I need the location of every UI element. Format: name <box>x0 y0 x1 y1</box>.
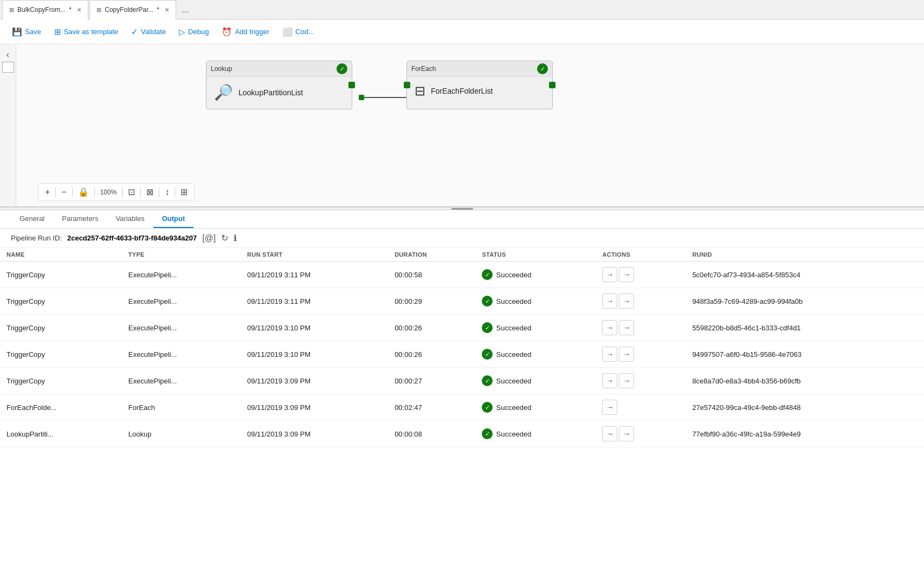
save-button[interactable]: 💾 Save <box>7 25 47 39</box>
tab-label-bulkcopy: BulkCopyFrom... <box>17 6 66 14</box>
tab-label-copyfolder: CopyFolderPar... <box>105 6 153 14</box>
action-icon[interactable]: → <box>602 400 617 415</box>
status-success-icon: ✓ <box>482 375 493 386</box>
col-status: STATUS <box>475 248 596 262</box>
tab-bulkcopy[interactable]: ⊞ BulkCopyFrom... * × <box>2 0 88 19</box>
cell-status: ✓ Succeeded <box>475 288 596 315</box>
divider3 <box>94 187 95 197</box>
canvas-toolbar: + − 🔒 100% ⊡ ⊠ ↕ ⊞ <box>38 183 195 201</box>
cell-run-start: 09/11/2019 3:09 PM <box>241 368 388 394</box>
lock-button[interactable]: 🔒 <box>76 186 91 198</box>
tab-icon-bulkcopy: ⊞ <box>9 6 14 14</box>
foreach-node-label: ForEachFolderList <box>431 87 493 95</box>
zoom-out-button[interactable]: − <box>59 186 68 198</box>
cell-name: TriggerCopy <box>0 368 122 394</box>
cell-actions[interactable]: →→ <box>596 368 686 394</box>
tab-parameters[interactable]: Parameters <box>53 210 107 228</box>
tab-more[interactable]: ... <box>177 5 193 15</box>
tab-close-copyfolder[interactable]: × <box>165 6 169 14</box>
divider1 <box>55 187 56 197</box>
status-text: Succeeded <box>496 271 531 279</box>
zoom-in-button[interactable]: + <box>43 186 52 198</box>
cell-type: ExecutePipeli... <box>122 262 241 288</box>
toggle-arrow-icon[interactable]: ‹ <box>7 50 9 60</box>
cell-duration: 00:00:26 <box>388 315 475 341</box>
status-text: Succeeded <box>496 297 531 305</box>
table-row: TriggerCopy ExecutePipeli... 09/11/2019 … <box>0 288 924 315</box>
connector-line <box>364 97 408 98</box>
action-icon[interactable]: → <box>619 294 634 309</box>
auto-layout-button[interactable]: ↕ <box>163 186 171 198</box>
validate-button[interactable]: ✓ Validate <box>126 25 171 39</box>
debug-button[interactable]: ▷ Debug <box>173 25 214 39</box>
status-text: Succeeded <box>496 430 531 438</box>
action-icon[interactable]: → <box>619 320 634 335</box>
action-icon[interactable]: → <box>619 347 634 362</box>
cell-run-start: 09/11/2019 3:10 PM <box>241 315 388 341</box>
cell-duration: 00:00:26 <box>388 341 475 368</box>
cell-run-start: 09/11/2019 3:09 PM <box>241 394 388 421</box>
action-icon[interactable]: → <box>619 373 634 388</box>
tab-icon-copyfolder: ⊞ <box>96 6 101 14</box>
debug-icon: ▷ <box>179 27 185 37</box>
minimap-button[interactable]: ⊞ <box>178 186 190 198</box>
code-icon: ⬜ <box>282 27 293 37</box>
tab-copyfolder[interactable]: ⊞ CopyFolderPar... * × <box>89 0 176 19</box>
action-icon[interactable]: → <box>602 373 617 388</box>
lookup-node-header: Lookup ✓ <box>206 61 352 77</box>
action-icon[interactable]: → <box>602 426 617 441</box>
cell-actions[interactable]: →→ <box>596 315 686 341</box>
divider6 <box>159 187 159 197</box>
foreach-node-title: ForEach <box>411 65 436 73</box>
tab-output[interactable]: Output <box>153 210 194 228</box>
action-icon[interactable]: → <box>602 267 617 282</box>
col-run-start: RUN START <box>241 248 388 262</box>
col-runid: RUNID <box>686 248 924 262</box>
zoom-level-button[interactable]: 100% <box>98 187 119 197</box>
status-text: Succeeded <box>496 350 531 359</box>
tab-general[interactable]: General <box>11 210 53 228</box>
select-button[interactable]: ⊠ <box>144 186 156 198</box>
table-container: NAME TYPE RUN START DURATION STATUS ACTI… <box>0 248 924 447</box>
cell-name: TriggerCopy <box>0 288 122 315</box>
copy-run-id-icon[interactable]: [@] <box>202 233 216 243</box>
cell-runid: 94997507-a6f0-4b15-9586-4e7063 <box>686 341 924 368</box>
action-icon[interactable]: → <box>619 426 634 441</box>
info-icon[interactable]: ℹ <box>234 233 237 243</box>
tab-variables[interactable]: Variables <box>107 210 153 228</box>
code-button[interactable]: ⬜ Cod... <box>277 25 320 39</box>
tab-modified-bulkcopy: * <box>69 6 72 14</box>
action-icon[interactable]: → <box>619 267 634 282</box>
fit-button[interactable]: ⊡ <box>126 186 137 198</box>
refresh-icon[interactable]: ↻ <box>221 233 228 243</box>
foreach-node[interactable]: ForEach ✓ ⊟ ForEachFolderList <box>406 61 553 109</box>
add-trigger-button[interactable]: ⏰ Add trigger <box>216 25 275 39</box>
lookup-node[interactable]: Lookup ✓ 🔎 LookupPartitionList <box>206 61 352 109</box>
cell-actions[interactable]: →→ <box>596 288 686 315</box>
table-row: TriggerCopy ExecutePipeli... 09/11/2019 … <box>0 315 924 341</box>
cell-duration: 00:00:29 <box>388 288 475 315</box>
cell-type: ExecutePipeli... <box>122 341 241 368</box>
cell-name: LookupPartiti... <box>0 421 122 447</box>
cell-status: ✓ Succeeded <box>475 394 596 421</box>
status-text: Succeeded <box>496 403 531 412</box>
save-icon: 💾 <box>12 27 22 37</box>
left-panel-toggle[interactable]: ‹ <box>0 44 16 206</box>
run-id-prefix: Pipeline Run ID: <box>11 234 62 242</box>
cell-runid: 5c0efc70-af73-4934-a854-5f853c4 <box>686 262 924 288</box>
lookup-connector-right <box>348 82 355 88</box>
cell-duration: 00:00:27 <box>388 368 475 394</box>
save-template-button[interactable]: ⊞ Save as template <box>49 25 124 39</box>
divider5 <box>140 187 141 197</box>
cell-actions[interactable]: →→ <box>596 262 686 288</box>
cell-actions[interactable]: →→ <box>596 421 686 447</box>
action-icon[interactable]: → <box>602 294 617 309</box>
table-row: ForEachFolde... ForEach 09/11/2019 3:09 … <box>0 394 924 421</box>
trigger-icon: ⏰ <box>222 27 232 37</box>
tab-close-bulkcopy[interactable]: × <box>77 6 81 14</box>
action-icon[interactable]: → <box>602 320 617 335</box>
cell-actions[interactable]: → <box>596 394 686 421</box>
pipeline-canvas: Lookup ✓ 🔎 LookupPartitionList ForEach <box>16 44 924 206</box>
cell-actions[interactable]: →→ <box>596 341 686 368</box>
action-icon[interactable]: → <box>602 347 617 362</box>
